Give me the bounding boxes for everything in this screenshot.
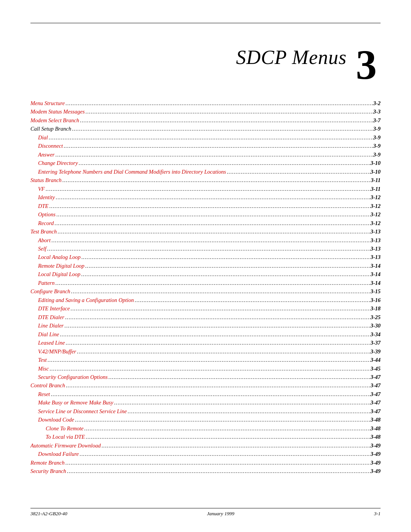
toc-item: Remote Digital Loop ....................… bbox=[30, 262, 381, 270]
toc-page-number: 3-44 bbox=[370, 356, 381, 364]
toc-page-number: 3-13 bbox=[370, 253, 381, 261]
toc-page-number: 3-13 bbox=[370, 244, 381, 253]
toc-page-number: 3-9 bbox=[373, 150, 381, 159]
toc-item: DTE ....................................… bbox=[30, 202, 381, 210]
toc-dots: ........................................… bbox=[66, 467, 371, 475]
toc-item: Misc ...................................… bbox=[30, 364, 381, 373]
toc-page-number: 3-10 bbox=[370, 159, 381, 167]
toc-page-number: 3-13 bbox=[370, 227, 381, 236]
toc-dots: ........................................… bbox=[79, 116, 373, 125]
toc-item: Test ...................................… bbox=[30, 356, 381, 364]
toc-entry-text: Options bbox=[30, 210, 56, 219]
toc-page-number: 3-47 bbox=[370, 390, 381, 398]
toc-page-number: 3-12 bbox=[370, 210, 381, 219]
toc-dots: ........................................… bbox=[55, 150, 373, 159]
toc-item: Editing and Saving a Configuration Optio… bbox=[30, 296, 381, 304]
toc-entry-text: Dial Line bbox=[30, 330, 59, 339]
toc-item: Abort ..................................… bbox=[30, 236, 381, 244]
toc-entry-text: Make Busy or Remove Make Busy bbox=[30, 398, 113, 407]
toc-dots: ........................................… bbox=[54, 219, 370, 227]
toc-page-number: 3-30 bbox=[370, 321, 381, 330]
toc-page-number: 3-48 bbox=[370, 415, 381, 424]
toc-item: Security Branch ........................… bbox=[30, 467, 381, 475]
toc-item: Pattern ................................… bbox=[30, 279, 381, 287]
toc-item: Modem Status Messages ..................… bbox=[30, 107, 381, 116]
toc-page-number: 3-14 bbox=[370, 262, 381, 270]
toc-entry-text: Editing and Saving a Configuration Optio… bbox=[30, 296, 134, 304]
toc-item: DTE Interface ..........................… bbox=[30, 304, 381, 313]
toc-item: Local Digital Loop .....................… bbox=[30, 270, 381, 278]
toc-page-number: 3-37 bbox=[370, 339, 381, 347]
toc-page-number: 3-13 bbox=[370, 236, 381, 244]
toc-entry-text: Entering Telephone Numbers and Dial Comm… bbox=[30, 168, 226, 176]
toc-entry-text: VF bbox=[30, 185, 45, 193]
toc-dots: ........................................… bbox=[74, 415, 371, 424]
toc-item: Change Directory .......................… bbox=[30, 159, 381, 167]
toc-item: Automatic Firmware Download ............… bbox=[30, 441, 381, 450]
toc-page-number: 3-47 bbox=[370, 407, 381, 415]
toc-item: Leased Line ............................… bbox=[30, 339, 381, 347]
footer-right: 3-1 bbox=[374, 511, 381, 517]
toc-dots: ........................................… bbox=[101, 441, 371, 450]
toc-page-number: 3-9 bbox=[373, 142, 381, 150]
toc-dots: ........................................… bbox=[70, 287, 371, 296]
toc-entry-text: Self bbox=[30, 244, 46, 253]
toc-dots: ........................................… bbox=[48, 202, 370, 210]
toc-dots: ........................................… bbox=[64, 313, 371, 321]
footer: 3821-A2-GB20-40 January 1999 3-1 bbox=[30, 508, 381, 517]
toc-item: Call Setup Branch ......................… bbox=[30, 125, 381, 133]
toc-item: Service Line or Disconnect Service Line … bbox=[30, 407, 381, 415]
toc-page-number: 3-9 bbox=[373, 133, 381, 142]
toc-item: To Local via DTE .......................… bbox=[30, 433, 381, 441]
toc-dots: ........................................… bbox=[57, 227, 370, 236]
toc-dots: ........................................… bbox=[70, 304, 370, 313]
toc-dots: ........................................… bbox=[45, 185, 371, 193]
toc-dots: ........................................… bbox=[65, 459, 371, 467]
toc-item: Download Code ..........................… bbox=[30, 415, 381, 424]
toc-page-number: 3-48 bbox=[370, 433, 381, 441]
toc-entry-text: Abort bbox=[30, 236, 51, 244]
toc-page-number: 3-15 bbox=[370, 287, 381, 296]
toc-entry-text: Identity bbox=[30, 193, 55, 201]
toc-page-number: 3-3 bbox=[373, 107, 381, 116]
toc-item: Security Configuration Options .........… bbox=[30, 373, 381, 381]
toc-dots: ........................................… bbox=[85, 107, 373, 116]
toc-page-number: 3-12 bbox=[370, 219, 381, 227]
toc-item: Download Failure .......................… bbox=[30, 450, 381, 458]
toc-dots: ........................................… bbox=[65, 381, 371, 390]
toc-page-number: 3-49 bbox=[370, 467, 381, 475]
toc-item: Record .................................… bbox=[30, 219, 381, 227]
toc-dots: ........................................… bbox=[78, 159, 371, 167]
toc-page-number: 3-49 bbox=[370, 441, 381, 450]
toc-page-number: 3-11 bbox=[371, 176, 381, 184]
toc-item: Local Analog Loop ......................… bbox=[30, 253, 381, 261]
toc-dots: ........................................… bbox=[85, 433, 370, 441]
toc-entry-text: Control Branch bbox=[30, 381, 65, 390]
toc-item: Dial Line ..............................… bbox=[30, 330, 381, 339]
toc-entry-text: Change Directory bbox=[30, 159, 78, 167]
toc-dots: ........................................… bbox=[127, 407, 370, 415]
toc-entry-text: Answer bbox=[30, 150, 55, 159]
toc-entry-text: DTE Dialer bbox=[30, 313, 64, 321]
toc-page-number: 3-49 bbox=[370, 459, 381, 467]
toc-entry-text: Reset bbox=[30, 390, 50, 398]
toc-item: Configure Branch .......................… bbox=[30, 287, 381, 296]
toc-entry-text: DTE Interface bbox=[30, 304, 70, 313]
toc-dots: ........................................… bbox=[226, 168, 370, 176]
toc-item: VF .....................................… bbox=[30, 185, 381, 193]
toc-dots: ........................................… bbox=[84, 262, 371, 270]
toc-entry-text: Service Line or Disconnect Service Line bbox=[30, 407, 127, 415]
toc-entry-text: Record bbox=[30, 219, 54, 227]
toc-item: Dial ...................................… bbox=[30, 133, 381, 142]
toc-dots: ........................................… bbox=[108, 373, 371, 381]
toc-entry-text: Disconnect bbox=[30, 142, 63, 150]
toc-dots: ........................................… bbox=[55, 193, 370, 201]
toc-item: Identity ...............................… bbox=[30, 193, 381, 201]
toc-item: Make Busy or Remove Make Busy ..........… bbox=[30, 398, 381, 407]
top-rule bbox=[30, 23, 381, 23]
toc-page-number: 3-10 bbox=[370, 168, 381, 176]
toc-dots: ........................................… bbox=[59, 330, 370, 339]
toc-page-number: 3-12 bbox=[370, 202, 381, 210]
toc-item: Disconnect .............................… bbox=[30, 142, 381, 150]
page: SDCP Menus 3 Menu Structure ............… bbox=[0, 0, 411, 532]
